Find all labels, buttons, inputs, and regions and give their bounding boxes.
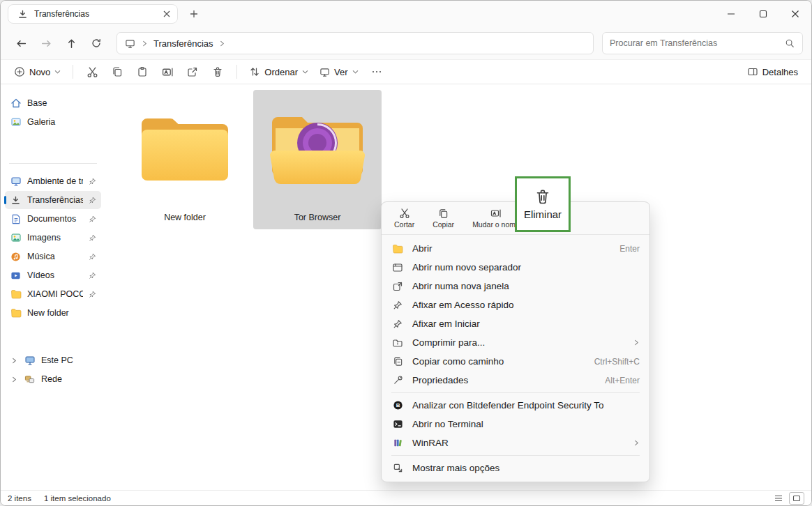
folder-open-icon <box>391 243 404 254</box>
paste-button[interactable] <box>130 61 154 82</box>
chevron-right-icon <box>633 440 640 446</box>
file-tor-browser[interactable]: Tor Browser <box>253 90 382 229</box>
large-icons-view-toggle-icon[interactable] <box>789 492 804 505</box>
menu-item-label: Abrir no Terminal <box>412 419 631 429</box>
menu-item-mostrar-mais-opcoes[interactable]: Mostrar mais opções <box>384 459 647 477</box>
file-new-folder[interactable]: New folder <box>121 90 249 229</box>
properties-wrench-icon <box>391 375 404 385</box>
menu-item-bitdefender-scan[interactable]: B Analizar con Bitdefender Endpoint Secu… <box>384 396 647 415</box>
ellipsis-icon <box>371 66 382 77</box>
details-pane-button[interactable]: Detalhes <box>742 61 803 82</box>
search-box[interactable] <box>602 32 803 54</box>
share-icon <box>187 66 198 77</box>
copy-button[interactable] <box>105 61 129 82</box>
minimize-button[interactable] <box>715 1 747 27</box>
chevron-down-icon <box>54 69 61 75</box>
paste-icon <box>137 66 148 77</box>
maximize-button[interactable] <box>747 1 779 27</box>
chevron-right-icon[interactable] <box>10 376 18 383</box>
copy-icon <box>112 66 123 77</box>
sidebar-item-documentos[interactable]: Documentos <box>5 210 101 228</box>
folder-icon <box>10 289 22 300</box>
menu-item-abrir-numa-nova-janela[interactable]: Abrir numa nova janela <box>384 277 647 296</box>
chevron-down-icon <box>302 69 308 75</box>
file-name: Tor Browser <box>294 213 341 222</box>
up-button[interactable] <box>59 32 83 54</box>
sidebar-item-imagens[interactable]: Imagens <box>5 229 101 247</box>
monitor-icon <box>124 38 136 49</box>
sidebar-item-videos[interactable]: Vídeos <box>5 266 101 284</box>
menu-item-abrir[interactable]: Abrir Enter <box>384 239 647 258</box>
menu-item-copiar-como-caminho[interactable]: Copiar como caminho Ctrl+Shift+C <box>384 352 647 371</box>
sidebar-item-label: Ambiente de tra <box>27 176 83 186</box>
sidebar-gap <box>1 323 105 351</box>
toolbar-divider <box>73 65 73 79</box>
sidebar-item-galeria[interactable]: Galeria <box>5 113 101 131</box>
sidebar-item-xiaomi-poco[interactable]: XIAOMI POCO F <box>5 285 101 303</box>
sidebar-item-label: Imagens <box>27 233 83 243</box>
chevron-right-icon[interactable] <box>10 358 18 364</box>
close-button[interactable] <box>779 1 811 27</box>
quick-action-mudar-o-nome[interactable]: Mudar o nome <box>472 208 520 229</box>
menu-item-abrir-num-novo-separador[interactable]: Abrir num novo separador <box>384 258 647 277</box>
show-more-options-icon <box>391 463 404 473</box>
tab-title: Transferências <box>34 9 155 19</box>
menu-item-comprimir-para[interactable]: Comprimir para... <box>384 333 647 352</box>
pin-icon <box>89 178 96 185</box>
menu-item-afixar-em-acesso-rapido[interactable]: Afixar em Acesso rápido <box>384 296 647 314</box>
address-bar[interactable]: Transferências <box>116 32 594 54</box>
pin-icon <box>391 300 404 310</box>
sidebar-item-transferencias[interactable]: Transferências <box>5 191 101 209</box>
menu-item-propriedades[interactable]: Propriedades Alt+Enter <box>384 371 647 390</box>
new-tab-button[interactable] <box>183 4 204 24</box>
quick-action-eliminar[interactable]: Eliminar <box>515 176 571 232</box>
menu-item-label: WinRAR <box>412 438 625 448</box>
view-button[interactable]: Ver <box>315 61 363 82</box>
menu-item-winrar[interactable]: WinRAR <box>384 434 647 452</box>
picture-icon <box>10 232 22 243</box>
navigation-bar: Transferências <box>1 27 811 59</box>
sort-button[interactable]: Ordenar <box>244 61 313 82</box>
more-options-button[interactable] <box>365 61 389 82</box>
refresh-button[interactable] <box>84 32 108 54</box>
forward-button[interactable] <box>34 32 58 54</box>
sidebar-item-new-folder[interactable]: New folder <box>5 304 101 322</box>
gallery-icon <box>10 116 22 128</box>
sidebar-item-base[interactable]: Base <box>5 94 101 112</box>
new-button[interactable]: Novo <box>9 61 66 82</box>
sort-icon <box>249 66 260 77</box>
quick-action-label: Mudar o nome <box>472 220 520 229</box>
downloads-icon <box>17 9 29 20</box>
delete-button[interactable] <box>206 61 230 82</box>
bitdefender-icon: B <box>391 400 404 411</box>
sidebar-item-este-pc[interactable]: Este PC <box>5 351 101 369</box>
quick-action-cortar[interactable]: Cortar <box>394 208 414 229</box>
search-icon[interactable] <box>783 38 795 48</box>
sidebar-item-musica[interactable]: Música <box>5 247 101 266</box>
cut-button[interactable] <box>80 61 104 82</box>
tab-transferencias[interactable]: Transferências <box>8 4 178 24</box>
open-in-new-tab-icon <box>391 262 404 273</box>
menu-item-abrir-no-terminal[interactable]: Abrir no Terminal <box>384 415 647 434</box>
chevron-down-icon <box>352 69 359 75</box>
menu-item-label: Abrir num novo separador <box>412 262 631 273</box>
sidebar-item-label: Este PC <box>41 355 96 365</box>
tab-close-icon[interactable] <box>160 8 173 20</box>
sidebar-item-rede[interactable]: Rede <box>5 370 101 388</box>
back-button[interactable] <box>9 32 33 54</box>
pin-icon <box>89 234 96 242</box>
new-plus-icon <box>14 66 25 77</box>
details-view-toggle-icon[interactable] <box>771 492 786 505</box>
quick-action-copiar[interactable]: Copiar <box>433 208 454 229</box>
menu-item-label: Copiar como caminho <box>412 356 586 367</box>
sidebar-item-ambiente-de-trabalho[interactable]: Ambiente de tra <box>5 172 101 190</box>
breadcrumb-transferencias[interactable]: Transferências <box>153 38 213 49</box>
selected-count: 1 item selecionado <box>44 494 111 503</box>
rename-button[interactable] <box>156 61 179 82</box>
search-input[interactable] <box>610 38 783 48</box>
share-button[interactable] <box>181 61 204 82</box>
sidebar-item-label: Documentos <box>27 214 83 224</box>
folder-icon <box>10 307 22 319</box>
sidebar-item-label: Base <box>27 98 96 108</box>
menu-item-afixar-em-iniciar[interactable]: Afixar em Iniciar <box>384 314 647 333</box>
